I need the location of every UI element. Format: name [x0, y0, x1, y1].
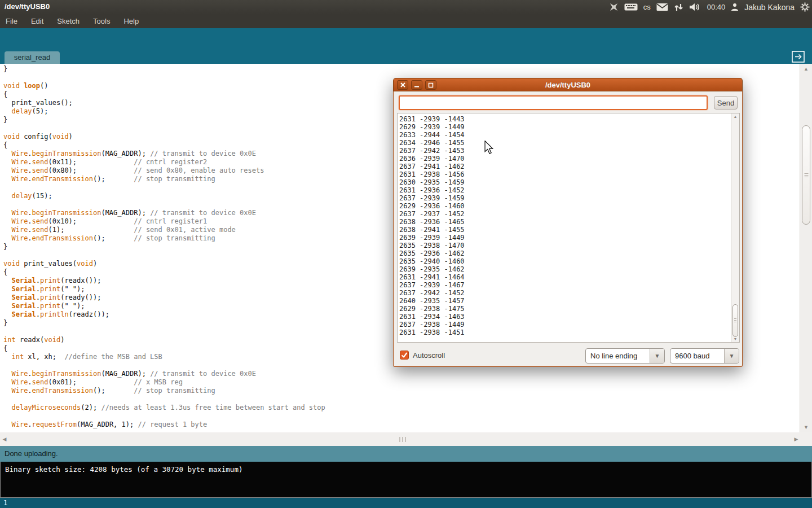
- serial-window-title: /dev/ttyUSB0: [394, 78, 742, 91]
- menu-bar: File Edit Sketch Tools Help: [0, 14, 812, 28]
- scrollbar-thumb[interactable]: [802, 125, 810, 225]
- current-line-number: 1: [3, 499, 7, 507]
- line-ending-dropdown[interactable]: No line ending ▼: [585, 348, 665, 364]
- chevron-down-icon[interactable]: ▼: [724, 349, 739, 363]
- serial-output: 2631 -2939 -1443 2629 -2939 -1449 2633 -…: [399, 115, 739, 336]
- serial-scrollbar-thumb[interactable]: [732, 304, 738, 337]
- menu-edit[interactable]: Edit: [24, 14, 50, 28]
- editor-vertical-scrollbar[interactable]: ▲ ▼: [800, 64, 812, 432]
- tab-serial-read[interactable]: serial_read: [5, 51, 60, 64]
- menu-help[interactable]: Help: [117, 14, 145, 28]
- menu-sketch[interactable]: Sketch: [50, 14, 86, 28]
- pinwheel-indicator-icon[interactable]: [609, 2, 619, 12]
- serial-window-titlebar[interactable]: /dev/ttyUSB0: [393, 78, 743, 91]
- maximize-icon[interactable]: [425, 80, 436, 90]
- user-name-menu[interactable]: Jakub Kakona: [744, 3, 795, 12]
- top-panel: /dev/ttyUSB0 cs 00:40 Jakub Kakona: [0, 0, 812, 14]
- line-number-strip: 1: [0, 498, 812, 508]
- scroll-down-icon[interactable]: ▼: [800, 424, 812, 430]
- baud-rate-dropdown[interactable]: 9600 baud ▼: [670, 348, 739, 364]
- baud-rate-value: 9600 baud: [670, 349, 724, 363]
- line-ending-value: No line ending: [586, 349, 650, 363]
- send-button[interactable]: Send: [714, 96, 738, 110]
- keyboard-layout-icon[interactable]: [624, 3, 638, 11]
- autoscroll-label[interactable]: Autoscroll: [413, 351, 445, 360]
- serial-output-area[interactable]: 2631 -2939 -1443 2629 -2939 -1449 2633 -…: [397, 113, 740, 343]
- console-text: Binary sketch size: 4208 bytes (of a 307…: [5, 465, 242, 474]
- new-tab-icon[interactable]: [792, 51, 805, 63]
- menu-file[interactable]: File: [0, 14, 24, 28]
- hscrollbar-grip[interactable]: [399, 437, 406, 442]
- ide-toolbar: [0, 28, 812, 50]
- user-icon: [731, 3, 739, 11]
- scroll-left-icon[interactable]: ◀: [1, 436, 8, 442]
- autoscroll-checkbox[interactable]: [400, 351, 409, 360]
- status-bar: Done uploading.: [0, 446, 812, 462]
- scroll-right-icon[interactable]: ▶: [793, 436, 800, 442]
- scroll-up-icon[interactable]: ▲: [731, 115, 739, 119]
- keyboard-layout-label[interactable]: cs: [643, 3, 651, 11]
- volume-icon[interactable]: [689, 2, 701, 12]
- system-tray: cs 00:40 Jakub Kakona: [609, 0, 810, 14]
- console-output: Binary sketch size: 4208 bytes (of a 307…: [0, 462, 812, 498]
- scroll-up-icon[interactable]: ▲: [800, 66, 812, 72]
- serial-monitor-window: /dev/ttyUSB0 Send 2631 -2939 -1443 2629 …: [393, 78, 743, 367]
- scroll-down-icon[interactable]: ▼: [731, 337, 739, 341]
- editor-horizontal-scrollbar[interactable]: ◀ ▶: [0, 432, 812, 446]
- serial-window-controls: Autoscroll No line ending ▼ 9600 baud ▼: [394, 347, 742, 367]
- session-gear-icon[interactable]: [800, 2, 810, 12]
- minimize-icon[interactable]: [411, 80, 422, 90]
- serial-window-body: Send 2631 -2939 -1443 2629 -2939 -1449 2…: [393, 91, 743, 367]
- network-updown-icon[interactable]: [674, 3, 683, 12]
- status-message: Done uploading.: [5, 449, 58, 458]
- menu-tools[interactable]: Tools: [86, 14, 117, 28]
- chevron-down-icon[interactable]: ▼: [650, 349, 664, 363]
- clock[interactable]: 00:40: [707, 3, 726, 11]
- close-icon[interactable]: [397, 80, 408, 90]
- serial-output-scrollbar[interactable]: ▲ ▼: [731, 113, 739, 342]
- tab-bar: serial_read: [0, 50, 812, 64]
- panel-window-title: /dev/ttyUSB0: [5, 2, 50, 11]
- serial-input[interactable]: [399, 95, 708, 110]
- mail-icon[interactable]: [656, 3, 668, 11]
